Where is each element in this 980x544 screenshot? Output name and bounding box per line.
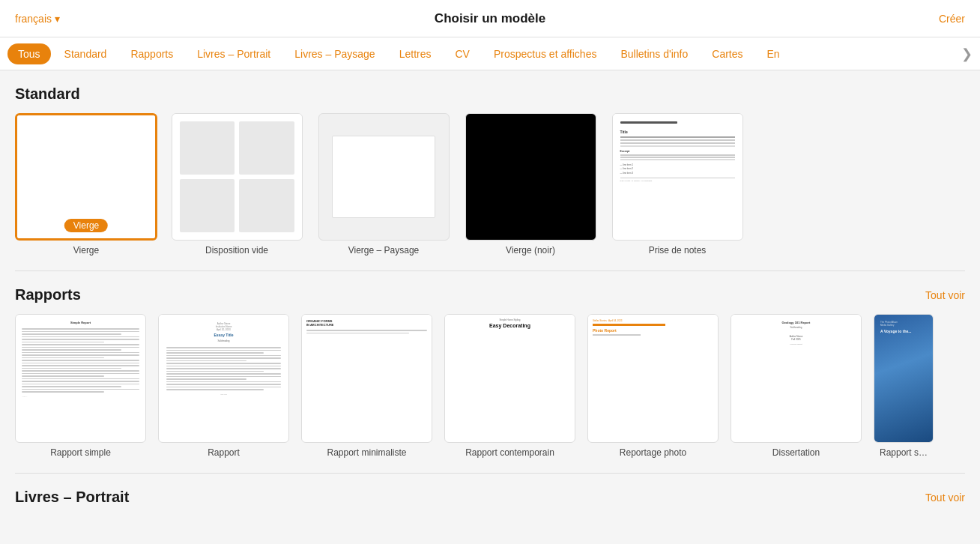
standard-section-title: Standard	[15, 85, 80, 103]
template-rapport-simple[interactable]: Simple Report	[15, 314, 146, 458]
template-thumb-rapport-voyage: The Photo AlbumMedia Gallery A Voyage to…	[874, 314, 934, 443]
template-thumb-vierge	[15, 113, 157, 241]
template-rapport-minimaliste[interactable]: ORGANIC FORMSIN ARCHITECTURE Rapport min…	[301, 314, 432, 458]
standard-section-header: Standard	[15, 85, 965, 103]
template-label-vierge: Vierge	[73, 245, 99, 256]
template-thumb-paysage	[318, 113, 450, 241]
template-dissertation[interactable]: Geology 101 Report Subheading Author Nam…	[731, 314, 862, 458]
template-reportage-photo[interactable]: Stellar Stories · April 04, 2023 Photo R…	[587, 314, 719, 458]
template-label-notes: Prise de notes	[649, 245, 707, 256]
create-button[interactable]: Créer	[939, 13, 965, 25]
rapports-section: Rapports Tout voir Simple Report	[15, 286, 965, 458]
tab-bulletins[interactable]: Bulletins d'info	[610, 43, 698, 64]
language-chevron: ▾	[55, 13, 60, 25]
template-label-dissertation: Dissertation	[772, 447, 820, 458]
template-thumb-dissertation: Geology 101 Report Subheading Author Nam…	[731, 314, 862, 443]
template-label-rapport-simple: Rapport simple	[50, 447, 111, 458]
tab-en[interactable]: En	[757, 43, 790, 64]
header: français ▾ Choisir un modèle Créer	[0, 0, 980, 37]
template-thumb-reportage-photo: Stellar Stories · April 04, 2023 Photo R…	[587, 314, 719, 443]
template-vierge-paysage[interactable]: Vierge – Paysage	[316, 113, 451, 256]
rapports-section-header: Rapports Tout voir	[15, 286, 965, 303]
template-label-noir: Vierge (noir)	[506, 245, 555, 256]
template-label-rapport-voyage: Rapport s…	[880, 447, 928, 458]
template-thumb-rapport: Author NameInstitution NameApril 20, 20X…	[158, 314, 289, 443]
tab-prospectus[interactable]: Prospectus et affiches	[483, 43, 607, 64]
template-label-rapport: Rapport	[208, 447, 240, 458]
template-rapport-contemporain[interactable]: Simple Home Styling Easy Decorating Rapp…	[444, 314, 575, 458]
tab-tous[interactable]: Tous	[7, 43, 51, 64]
tab-cartes[interactable]: Cartes	[701, 43, 753, 64]
template-thumb-rapport-minimaliste: ORGANIC FORMSIN ARCHITECTURE	[301, 314, 432, 443]
template-thumb-noir	[465, 113, 596, 241]
tab-rapports[interactable]: Rapports	[120, 43, 184, 64]
rapports-voir-button[interactable]: Tout voir	[925, 289, 965, 301]
template-disposition-vide[interactable]: Disposition vide	[169, 113, 304, 256]
template-label-rapport-minimaliste: Rapport minimaliste	[327, 447, 406, 458]
template-label-rapport-contemporain: Rapport contemporain	[465, 447, 554, 458]
standard-section: Standard Vierge	[15, 85, 965, 256]
template-vierge-noir[interactable]: Vierge (noir)	[463, 113, 598, 256]
template-label-reportage-photo: Reportage photo	[620, 447, 686, 458]
tab-lettres[interactable]: Lettres	[389, 43, 442, 64]
livres-section-title: Livres – Portrait	[15, 489, 129, 506]
template-thumb-rapport-contemporain: Simple Home Styling Easy Decorating	[444, 314, 575, 443]
template-label-disposition: Disposition vide	[205, 245, 268, 256]
rapports-section-title: Rapports	[15, 286, 81, 303]
language-selector[interactable]: français ▾	[15, 13, 60, 25]
template-thumb-disposition	[172, 113, 303, 241]
template-label-paysage: Vierge – Paysage	[348, 245, 420, 256]
tab-livres-portrait[interactable]: Livres – Portrait	[187, 43, 281, 64]
template-vierge[interactable]: Vierge	[15, 113, 157, 256]
livres-section-header: Livres – Portrait Tout voir	[15, 489, 965, 506]
template-thumb-notes: Title Excerpt — line item 1 — line item …	[612, 113, 743, 241]
template-rapport-voyage[interactable]: The Photo AlbumMedia Gallery A Voyage to…	[874, 314, 934, 458]
tabs-bar: Tous Standard Rapports Livres – Portrait…	[0, 37, 980, 70]
tabs-more-icon[interactable]: ❯	[961, 46, 973, 62]
tab-standard[interactable]: Standard	[54, 43, 118, 64]
language-label: français	[15, 13, 52, 25]
main-content: Standard Vierge	[0, 85, 980, 531]
livres-section: Livres – Portrait Tout voir	[15, 489, 965, 506]
template-rapport[interactable]: Author NameInstitution NameApril 20, 20X…	[158, 314, 289, 458]
tab-livres-paysage[interactable]: Livres – Paysage	[284, 43, 385, 64]
standard-template-grid: Vierge Disposition vide	[15, 113, 965, 256]
tab-cv[interactable]: CV	[444, 43, 480, 64]
template-prise-notes[interactable]: Title Excerpt — line item 1 — line item …	[610, 113, 745, 256]
livres-voir-button[interactable]: Tout voir	[925, 492, 965, 504]
rapports-template-grid: Simple Report	[15, 314, 965, 458]
page-title: Choisir un modèle	[435, 11, 545, 26]
template-thumb-rapport-simple: Simple Report	[15, 314, 146, 443]
